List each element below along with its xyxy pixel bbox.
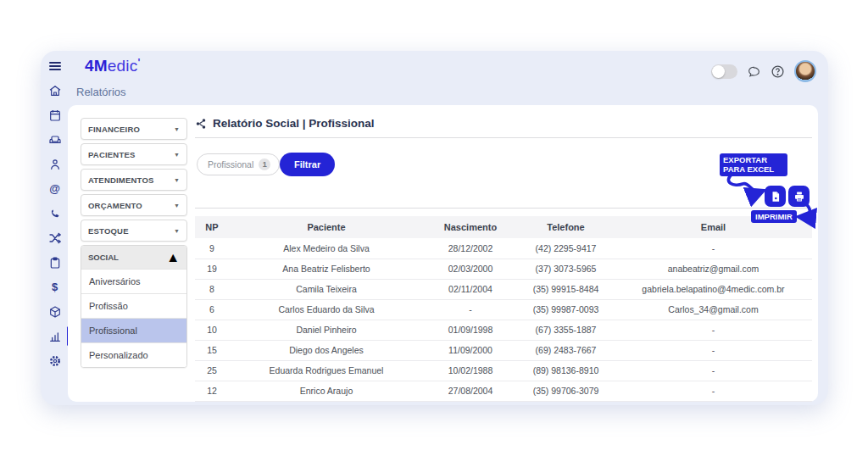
- topbar-controls: [711, 60, 816, 82]
- cell-paciente: Camila Teixeira: [229, 279, 424, 299]
- cell-telefone: (42) 2295-9417: [517, 238, 615, 259]
- cell-paciente: Ana Beatriz Felisberto: [229, 259, 424, 279]
- clipboard-icon[interactable]: [47, 255, 63, 270]
- cell-paciente: Eduarda Rodrigues Emanuel: [229, 360, 424, 381]
- menu-section-label: ATENDIMENTOS: [88, 175, 154, 185]
- chevron-down-icon: ▼: [174, 126, 180, 132]
- phone-icon[interactable]: [47, 206, 63, 220]
- cell-paciente: Carlos Eduardo da Silva: [229, 299, 424, 320]
- integrations-icon[interactable]: [47, 231, 63, 245]
- menu-section[interactable]: ESTOQUE ▼: [81, 220, 187, 242]
- cell-email: -: [615, 360, 812, 381]
- app-window: @ $ 4Medic': [41, 51, 828, 405]
- menu-section[interactable]: PACIENTES ▼: [81, 143, 187, 165]
- table-row: 10 Daniel Pinheiro 01/09/1998 (67) 3355-…: [195, 320, 812, 340]
- title-divider: [195, 137, 812, 138]
- theme-toggle[interactable]: [711, 64, 737, 79]
- table-header-cell: Paciente: [229, 216, 424, 238]
- menu-section-social: SOCIAL ▲ Aniversários Profissão Profissi…: [81, 245, 187, 368]
- mentions-icon[interactable]: @: [47, 181, 63, 196]
- stock-icon[interactable]: [47, 304, 63, 319]
- cell-paciente: Diego dos Angeles: [229, 340, 424, 360]
- cell-np: 15: [195, 340, 229, 360]
- share-icon: [195, 118, 207, 130]
- cell-telefone: (35) 99915-8484: [517, 279, 615, 299]
- print-button[interactable]: [788, 186, 810, 207]
- menu-subitem[interactable]: Aniversários: [81, 269, 186, 293]
- menu-section-label: FINANCEIRO: [88, 125, 140, 134]
- cell-paciente: Alex Medeiro da Silva: [229, 238, 424, 259]
- file-icon: [770, 191, 782, 203]
- cell-email: Carlos_34@gmail.com: [615, 299, 812, 320]
- table-header-row: NPPacienteNascimentoTelefoneEmail: [195, 216, 812, 238]
- filter-button[interactable]: Filtrar: [280, 153, 335, 176]
- table-row: 9 Alex Medeiro da Silva 28/12/2002 (42) …: [195, 238, 812, 259]
- filter-chip-count: 1: [259, 158, 270, 170]
- report-pane: Relatório Social | Profissional Profissi…: [195, 105, 812, 402]
- reports-icon[interactable]: [47, 329, 63, 343]
- cell-email: -: [615, 238, 812, 259]
- menu-section[interactable]: ATENDIMENTOS ▼: [81, 169, 187, 191]
- cell-nascimento: 01/09/1998: [424, 320, 517, 340]
- table-row: 12 Enrico Araujo 27/08/2004 (35) 99706-3…: [195, 381, 812, 401]
- cell-telefone: (35) 99706-3079: [517, 381, 615, 401]
- icon-rail: @ $: [41, 51, 69, 405]
- menu-subitem[interactable]: Profissional: [81, 318, 186, 342]
- toggle-knob: [712, 65, 725, 78]
- table-top-divider: [195, 208, 812, 209]
- cell-telefone: (37) 3073-5965: [517, 259, 615, 279]
- app-logo: 4Medic': [85, 57, 141, 75]
- table-header-cell: Telefone: [517, 216, 615, 238]
- content-card: FINANCEIRO ▼ PACIENTES ▼ ATENDIMENTOS ▼: [68, 105, 818, 402]
- cell-email: -: [615, 340, 812, 360]
- export-tooltip: EXPORTAR PARA EXCEL: [720, 153, 787, 176]
- cell-telefone: (89) 98136-8910: [517, 360, 615, 381]
- table-row: 8 Camila Teixeira 02/11/2004 (35) 99915-…: [195, 279, 812, 299]
- patient-icon[interactable]: [47, 157, 63, 171]
- print-tooltip: IMPRIMIR: [751, 210, 797, 223]
- cell-telefone: (69) 2483-7667: [517, 340, 615, 360]
- settings-gear-icon[interactable]: [47, 353, 63, 368]
- menu-subitem[interactable]: Personalizado: [81, 342, 186, 367]
- cell-np: 12: [195, 381, 229, 401]
- menu-section-label: ESTOQUE: [88, 226, 129, 236]
- cell-np: 6: [195, 299, 229, 320]
- waiting-room-icon[interactable]: [47, 132, 63, 147]
- patients-table: NPPacienteNascimentoTelefoneEmail 9 Alex…: [195, 216, 812, 402]
- home-icon[interactable]: [47, 83, 63, 97]
- menu-section-social-header[interactable]: SOCIAL ▲: [81, 246, 186, 269]
- cell-email: anabeatriz@gmail.com: [615, 259, 812, 279]
- menu-section-label: SOCIAL: [88, 253, 119, 262]
- menu-section-label: ORÇAMENTO: [88, 201, 142, 210]
- cell-nascimento: 02/11/2004: [424, 279, 517, 299]
- menu-icon[interactable]: [47, 58, 63, 73]
- cell-np: 19: [195, 259, 229, 279]
- table-body: 9 Alex Medeiro da Silva 28/12/2002 (42) …: [195, 238, 812, 401]
- report-title-row: Relatório Social | Profissional: [195, 117, 375, 130]
- help-icon[interactable]: [771, 64, 785, 79]
- patients-table-wrap: NPPacienteNascimentoTelefoneEmail 9 Alex…: [195, 216, 812, 402]
- menu-section[interactable]: ORÇAMENTO ▼: [81, 194, 187, 216]
- table-row: 25 Eduarda Rodrigues Emanuel 10/02/1988 …: [195, 360, 812, 381]
- menu-section[interactable]: FINANCEIRO ▼: [81, 118, 187, 140]
- cell-nascimento: -: [424, 299, 517, 320]
- menu-subitem[interactable]: Profissão: [81, 293, 186, 318]
- printer-icon: [793, 191, 805, 203]
- chat-icon[interactable]: [747, 64, 761, 79]
- export-excel-button[interactable]: [765, 186, 786, 207]
- cell-email: gabriela.belapatino@4medic.com.br: [615, 279, 812, 299]
- cell-telefone: (67) 3355-1887: [517, 320, 615, 340]
- cell-nascimento: 10/02/1988: [424, 360, 517, 381]
- page: @ $ 4Medic': [0, 0, 868, 456]
- calendar-icon[interactable]: [47, 108, 63, 122]
- filter-chip-profissional[interactable]: Profissional 1: [197, 153, 280, 175]
- user-avatar[interactable]: [794, 60, 816, 82]
- cell-nascimento: 02/03/2000: [424, 259, 517, 279]
- table-header-cell: Nascimento: [424, 216, 517, 238]
- table-row: 15 Diego dos Angeles 11/09/2000 (69) 248…: [195, 340, 812, 360]
- filter-chip-label: Profissional: [208, 159, 253, 170]
- chevron-down-icon: ▼: [174, 203, 180, 209]
- page-title: Relatório Social | Profissional: [213, 117, 375, 130]
- financial-icon[interactable]: $: [47, 280, 63, 294]
- menu-section-label: PACIENTES: [88, 150, 135, 159]
